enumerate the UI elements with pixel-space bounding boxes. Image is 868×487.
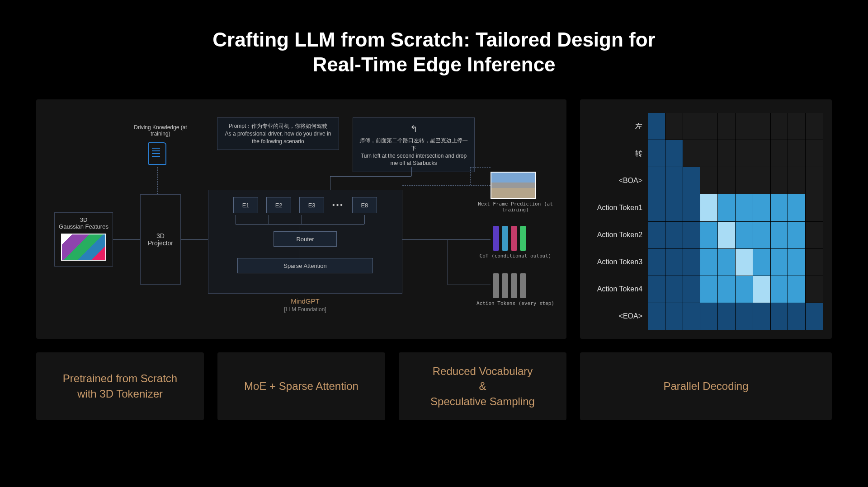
connector-frame [402,185,491,186]
matrix-cell [700,222,717,248]
card-vocab: Reduced Vocabulary & Speculative Samplin… [399,352,566,420]
matrix-cell [718,249,735,276]
matrix-cell [700,113,717,140]
matrix-cell [771,140,788,167]
matrix-cell [771,249,788,276]
matrix-cell [736,113,753,140]
matrix-cell [665,303,683,330]
matrix-cell [700,276,717,303]
matrix-cell [806,303,823,330]
connector-out-cot [448,239,491,240]
connector-projector [181,239,208,240]
matrix-cell [665,222,683,248]
matrix-cell [718,222,735,248]
matrix-cell [736,222,753,248]
matrix-cell [683,194,700,221]
architecture-panel: Driving Knowledge (at training) 3D Gauss… [36,99,566,339]
card-parallel-decoding: Parallel Decoding [580,352,832,420]
matrix-cell [736,140,753,167]
action-label: Action Tokens (every step) [470,300,561,306]
matrix-cell [648,194,665,221]
ellipsis-icon: ••• [332,201,344,209]
matrix-cell [771,194,788,221]
matrix-cell [700,140,717,167]
matrix-cell [788,113,805,140]
matrix-cell [788,167,805,194]
matrix-cell [648,113,665,140]
matrix-cell [683,113,700,140]
connector-out2 [448,239,448,285]
projector-box: 3D Projector [140,194,181,285]
matrix-cell [771,222,788,248]
matrix-cell [788,194,805,221]
expert-e8: E8 [352,197,377,213]
matrix-cell [788,303,805,330]
matrix-cell [718,194,735,221]
matrix-row-labels: 左 转 <BOA> Action Token1 Action Token2 Ac… [589,113,648,330]
matrix-cell [771,276,788,303]
matrix-cell [648,249,665,276]
title-line2: Real-Time Edge Inference [36,52,832,77]
mindgpt-sublabel: [LLM Foundation] [208,306,402,313]
matrix-cell [683,249,700,276]
cot-bars [493,226,526,251]
expert-e1: E1 [233,197,258,213]
matrix-cell [683,303,700,330]
matrix-cell [753,276,770,303]
connector-out1 [402,239,448,240]
matrix-cell [648,303,665,330]
matrix-cell [718,167,735,194]
matrix-cell [665,113,683,140]
mindgpt-label: MindGPT [208,297,402,305]
gaussian-features-box: 3D Gaussian Features [54,212,113,267]
connector-gauss [113,239,140,240]
matrix-cell [788,222,805,248]
matrix-cell [753,140,770,167]
matrix-cell [700,194,717,221]
connector-prompt2a [411,167,412,176]
matrix-cell [648,222,665,248]
matrix-cell [648,140,665,167]
matrix-cell [736,167,753,194]
matrix-cell [806,113,823,140]
prompt-box-2: ↰ 师傅，前面第二个路口左转，星巴克边上停一下 Turn left at the… [353,117,475,172]
matrix-cell [700,167,717,194]
matrix-cell [753,167,770,194]
matrix-cell [806,140,823,167]
router-box: Router [274,231,337,247]
gaussian-image [61,234,106,261]
matrix-cell [665,140,683,167]
matrix-cell [683,222,700,248]
matrix-cell [753,113,770,140]
cot-label: CoT (conditional output) [470,253,561,259]
matrix-cell [753,222,770,248]
expert-e2: E2 [266,197,291,213]
matrix-cell [788,276,805,303]
attention-matrix [648,113,823,330]
sparse-attention-box: Sparse Attention [237,258,373,273]
matrix-cell [806,167,823,194]
document-icon [148,142,166,165]
mindgpt-box: E1 E2 E3 ••• E8 Router Sparse Attention [208,190,402,294]
matrix-cell [665,194,683,221]
connector-doc [157,167,158,194]
next-frame-label: Next Frame Prediction (at training) [470,201,561,213]
matrix-cell [665,276,683,303]
matrix-cell [648,276,665,303]
matrix-cell [718,303,735,330]
action-bars [493,273,526,298]
matrix-cell [806,222,823,248]
expert-e3: E3 [299,197,324,213]
matrix-cell [700,303,717,330]
matrix-cell [771,113,788,140]
matrix-cell [683,140,700,167]
matrix-cell [806,249,823,276]
matrix-cell [771,167,788,194]
connector-out-action [448,285,491,285]
matrix-cell [683,167,700,194]
matrix-cell [788,249,805,276]
prompt-box-1: Prompt：作为专业的司机，你将如何驾驶 As a professional … [217,117,339,150]
matrix-cell [665,167,683,194]
card-3d-tokenizer: Pretrained from Scratch with 3D Tokenize… [36,352,204,420]
turn-icon: ↰ [359,122,469,135]
